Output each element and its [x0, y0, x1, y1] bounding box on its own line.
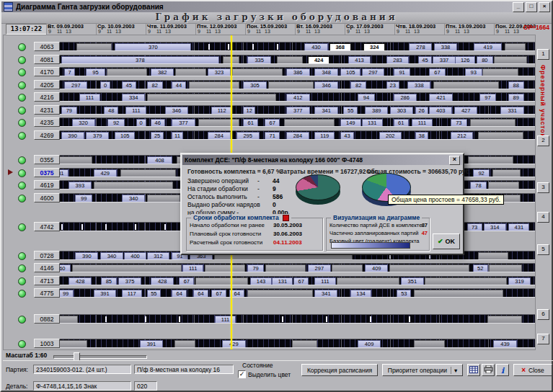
checkbox-box[interactable]: ✓: [238, 370, 246, 378]
maximize-button[interactable]: □: [526, 2, 537, 12]
gantt-bar[interactable]: 88: [508, 81, 524, 89]
gantt-bar[interactable]: 25: [151, 132, 164, 140]
gantt-bar[interactable]: 348: [314, 68, 338, 76]
gantt-row[interactable]: 3903791052511284295712841194320238212: [47, 130, 536, 140]
gantt-bar[interactable]: 105: [115, 132, 135, 140]
gantt-row[interactable]: 601117929740952: [47, 263, 536, 272]
gantt-bar[interactable]: 112: [211, 107, 232, 115]
minimize-button[interactable]: _: [513, 2, 524, 12]
ok-button[interactable]: ✔OK: [433, 233, 460, 249]
gantt-bar[interactable]: 79: [247, 264, 263, 272]
gantt-bar[interactable]: [482, 68, 518, 76]
row-id-button[interactable]: 4600: [34, 193, 60, 202]
gantt-bar[interactable]: 85: [101, 277, 117, 285]
chevron-down-icon[interactable]: ▾: [451, 367, 457, 374]
schedule-correction-button[interactable]: Коррекция расписания: [301, 364, 378, 376]
gantt-bar[interactable]: 67: [265, 119, 280, 127]
gantt-bar[interactable]: 23: [386, 81, 399, 89]
gantt-bar[interactable]: [72, 264, 181, 272]
row-id-button[interactable]: 4146: [34, 263, 60, 272]
gantt-bar[interactable]: 131: [272, 277, 293, 285]
gantt-bar[interactable]: 370: [115, 43, 191, 51]
gantt-bar[interactable]: 149: [340, 119, 361, 127]
gantt-bar[interactable]: 403: [429, 107, 452, 115]
gantt-bar[interactable]: 428: [68, 277, 92, 285]
gantt-bar[interactable]: 323: [208, 68, 231, 76]
scale-slider[interactable]: [53, 352, 147, 360]
gantt-bar[interactable]: [494, 56, 527, 64]
group-button-6[interactable]: 6: [537, 309, 549, 320]
gantt-bar[interactable]: [120, 169, 176, 177]
gantt-bar[interactable]: [268, 81, 314, 89]
gantt-bar[interactable]: 111: [79, 94, 100, 102]
gantt-bar[interactable]: 409: [365, 264, 388, 272]
gantt-bar[interactable]: 52: [473, 264, 488, 272]
gantt-bar[interactable]: 314: [484, 223, 506, 231]
gantt-bar[interactable]: 7: [64, 68, 74, 76]
gantt-bar[interactable]: [478, 252, 509, 260]
gantt-bar[interactable]: 391: [140, 340, 163, 348]
gantt-bar[interactable]: 73: [451, 119, 466, 127]
gantt-bar[interactable]: [488, 182, 519, 190]
gantt-bar[interactable]: 97: [479, 94, 497, 102]
row-id-button[interactable]: 4742: [34, 222, 60, 231]
highlight-color-checkbox[interactable]: ✓ Выделить цвет: [238, 370, 291, 378]
gantt-bar[interactable]: [195, 277, 248, 285]
gantt-bar[interactable]: 368: [329, 43, 351, 51]
row-id-button[interactable]: 4205: [34, 80, 60, 89]
gantt-bar[interactable]: [147, 195, 180, 202]
gantt-bar[interactable]: [487, 316, 522, 324]
gantt-bar[interactable]: 78: [470, 182, 486, 190]
gantt-bar[interactable]: 377: [286, 107, 310, 115]
gantt-bar[interactable]: 64: [172, 290, 187, 298]
gantt-bar[interactable]: [174, 340, 195, 348]
gantt-bar[interactable]: 324: [363, 43, 385, 51]
gantt-bar[interactable]: 386: [286, 68, 310, 76]
gantt-bar[interactable]: 61: [394, 119, 409, 127]
gantt-row[interactable]: 7948111346112123773415538930326403427331: [47, 105, 536, 115]
gantt-bar[interactable]: [265, 264, 306, 272]
row-id-button[interactable]: 4081: [34, 55, 60, 64]
gantt-bar[interactable]: 92: [107, 119, 125, 127]
gantt-bar[interactable]: 82: [350, 81, 366, 89]
gantt-bar[interactable]: 430: [304, 43, 328, 51]
gantt-bar[interactable]: 284: [208, 132, 231, 140]
dialog-titlebar[interactable]: Комплект ДСЕ: "П/ф 8-местная на колодку …: [182, 155, 462, 165]
gantt-bar[interactable]: 126: [455, 56, 475, 64]
gantt-bar[interactable]: 295: [236, 132, 260, 140]
gantt-bar[interactable]: 71: [265, 132, 280, 140]
gantt-bar[interactable]: [332, 264, 363, 272]
gantt-bar[interactable]: 93: [465, 68, 482, 76]
row-id-button[interactable]: 1003: [34, 339, 60, 348]
gantt-bar[interactable]: 67: [211, 290, 226, 298]
gantt-bar[interactable]: 297: [308, 264, 331, 272]
party-field[interactable]: 2340159003-012. (24 шт.): [33, 365, 131, 374]
gantt-bar[interactable]: 338: [434, 43, 457, 51]
gantt-bar[interactable]: 89: [508, 94, 524, 102]
gantt-bar[interactable]: 111: [182, 264, 203, 272]
gantt-bar[interactable]: 38: [415, 132, 428, 140]
gantt-bar[interactable]: 375: [118, 277, 141, 285]
gantt-bar[interactable]: 202: [379, 132, 402, 140]
gantt-bar[interactable]: 297: [64, 81, 87, 89]
gantt-bar[interactable]: 429: [222, 340, 246, 348]
gantt-bar[interactable]: [505, 43, 526, 51]
gantt-bar[interactable]: 334: [122, 94, 146, 102]
gantt-bar[interactable]: 341: [314, 290, 337, 298]
gantt-bar[interactable]: 319: [508, 277, 531, 285]
group-button-7[interactable]: 7: [537, 334, 549, 344]
gantt-bar[interactable]: [175, 68, 206, 76]
gantt-bar[interactable]: 46: [151, 119, 165, 127]
printer-icon-button[interactable]: [482, 364, 495, 376]
gantt-bar[interactable]: [489, 264, 522, 272]
gantt-bar[interactable]: 95: [86, 68, 105, 76]
gantt-bar[interactable]: 80: [477, 56, 492, 64]
group-button-5[interactable]: 5: [537, 244, 549, 255]
gantt-bar[interactable]: 55: [343, 107, 358, 115]
row-id-button[interactable]: 4619: [34, 180, 60, 190]
gantt-bar[interactable]: 351: [401, 277, 424, 285]
gantt-row[interactable]: 428853754286714313167111351319: [47, 276, 536, 285]
gantt-bar[interactable]: 340: [100, 252, 123, 260]
gantt-bar[interactable]: 111: [314, 277, 335, 285]
gantt-bar[interactable]: 143: [250, 277, 271, 285]
